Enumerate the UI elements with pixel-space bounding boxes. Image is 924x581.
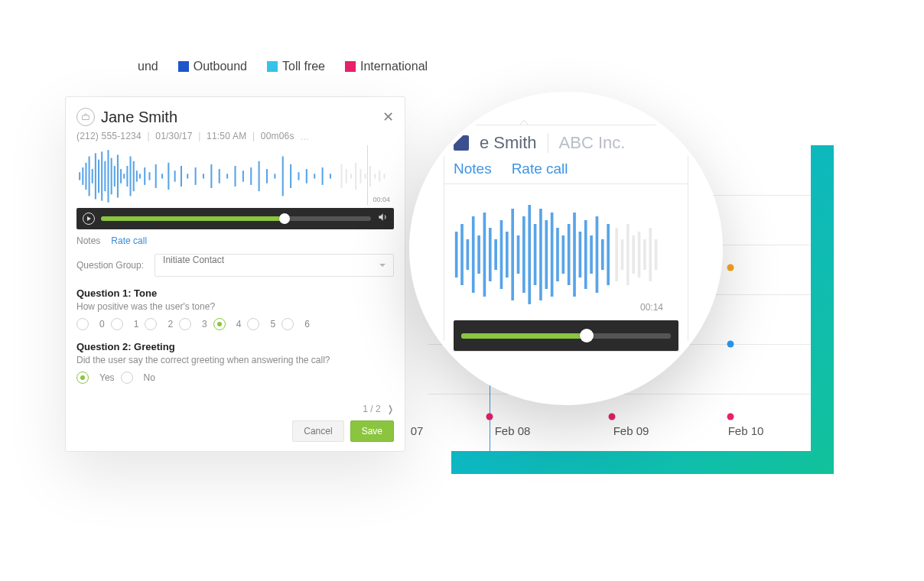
popover-header: e Smith ABC Inc. Notes Rate call [444,125,688,184]
legend-tollfree-label: Toll free [282,60,325,73]
call-rating-panel: Jane Smith ✕ (212) 555-1234 | 01/30/17 |… [65,96,405,452]
radio-3[interactable] [179,318,191,330]
chevron-right-icon[interactable]: ❯ [388,404,393,414]
audio-player-large [454,320,678,351]
q2-desc: Did the user say the correct greeting wh… [76,355,394,365]
panel-title: Jane Smith [101,109,177,126]
svg-rect-0 [83,115,89,120]
legend-inbound-fragment: und [138,60,158,73]
zoom-lens: e Smith ABC Inc. Notes Rate call [409,92,723,405]
subtabs: Notes Rate call [76,235,394,246]
seek-thumb[interactable] [279,213,290,224]
question-group-label: Question Group: [76,260,144,271]
square-icon [345,61,356,72]
x-tick-feb08: Feb 08 [495,424,531,437]
radio-4[interactable] [213,318,226,330]
square-icon [178,61,189,72]
q1-options: 0 1 2 3 4 5 6 [76,318,394,330]
x-tick-07: 07 [411,424,424,437]
radio-no[interactable] [121,372,133,384]
radio-yes[interactable] [76,372,89,384]
meta-date: 01/30/17 [155,131,192,141]
meta-phone: (212) 555-1234 [76,131,142,141]
audio-player [76,208,394,229]
legend-international-label: International [360,60,428,73]
legend-international: International [345,60,428,73]
save-button[interactable]: Save [350,420,394,442]
data-point[interactable] [727,414,734,420]
question-group-select[interactable]: Initiate Contact [155,254,394,277]
cancel-button[interactable]: Cancel [292,420,343,442]
radio-0[interactable] [76,318,89,330]
radio-5[interactable] [247,318,259,330]
volume-icon[interactable] [377,212,388,225]
data-point[interactable] [609,414,616,420]
legend-outbound-label: Outbound [194,60,247,73]
wave-time-label: 00:14 [640,302,663,313]
q2-options: Yes No [76,372,394,384]
waveform-large: 00:14 [454,193,678,316]
tab-notes[interactable]: Notes [76,235,100,246]
seek-thumb[interactable] [580,329,594,342]
waveform-small: 00:04 [76,145,394,205]
x-tick-feb10: Feb 10 [728,424,764,437]
briefcase-icon [76,108,95,126]
radio-1[interactable] [111,318,123,330]
radio-2[interactable] [145,318,157,330]
q2-heading: Question 2: Greeting [76,341,394,352]
close-icon[interactable]: ✕ [382,109,394,125]
legend: und Outbound Toll free International [138,60,428,73]
popover-name: e Smith [480,133,537,153]
legend-tollfree: Toll free [267,60,325,73]
meta-duration: 00m06s [261,131,294,141]
legend-inbound-label: und [138,60,158,73]
question-group-selected: Initiate Contact [163,255,224,265]
popover-company: ABC Inc. [548,133,626,153]
x-tick-feb09: Feb 09 [613,424,649,437]
play-icon[interactable] [83,213,95,225]
q1-heading: Question 1: Tone [76,287,394,299]
pager-text: 1 / 2 [363,404,380,414]
data-point[interactable] [486,414,493,420]
meta-row: (212) 555-1234 | 01/30/17 | 11:50 AM | 0… [76,131,394,142]
data-point[interactable] [727,265,734,271]
wave-time-label: 00:04 [373,196,390,203]
avatar [454,135,469,151]
data-point[interactable] [727,341,734,348]
legend-outbound: Outbound [178,60,247,73]
radio-6[interactable] [281,318,294,330]
q1-desc: How positive was the user's tone? [76,301,394,312]
meta-time: 11:50 AM [207,131,246,141]
tab-ratecall[interactable]: Rate call [111,235,147,246]
seek-slider[interactable] [101,216,371,221]
pop-tab-notes[interactable]: Notes [454,161,492,183]
pager: 1 / 2 ❯ [76,404,394,414]
pop-tab-ratecall[interactable]: Rate call [512,161,568,183]
seek-slider[interactable] [461,333,671,339]
ellipsis-icon: … [300,131,310,142]
square-icon [267,61,278,72]
